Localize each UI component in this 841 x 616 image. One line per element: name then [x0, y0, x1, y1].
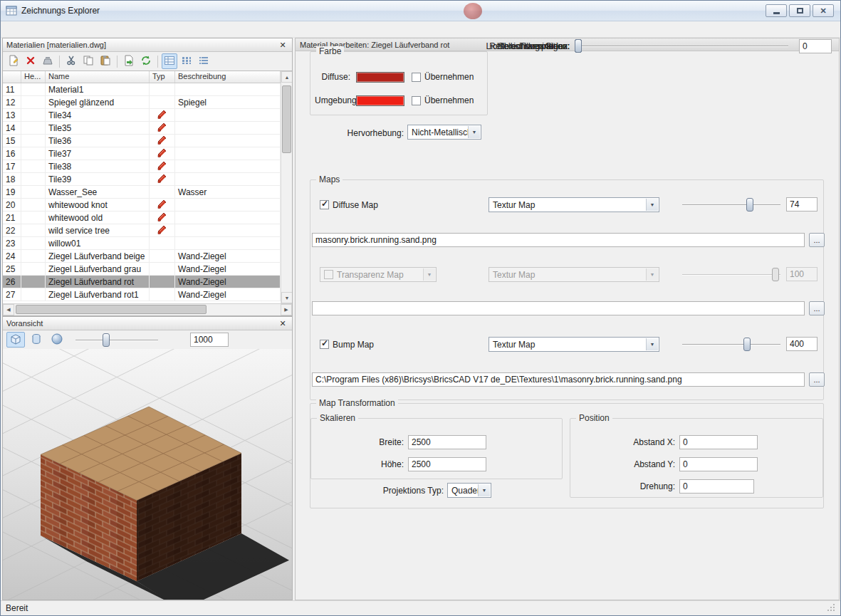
table-row[interactable]: 19 Wasser_See Wasser	[3, 186, 281, 199]
bump-map-slider[interactable]	[681, 337, 782, 352]
bump-map-value-input[interactable]	[786, 337, 818, 351]
transparenz-map-checkbox[interactable]	[324, 270, 333, 279]
diffuse-map-checkbox[interactable]	[320, 200, 329, 209]
paste-button[interactable]	[98, 53, 113, 69]
menu-item[interactable]	[29, 27, 42, 31]
table-row[interactable]: 16 Tile37	[3, 147, 281, 160]
hoehe-input[interactable]	[408, 457, 486, 471]
scroll-left-icon[interactable]: ◀	[3, 304, 14, 315]
diffuse-map-value-input[interactable]	[786, 197, 818, 212]
minimize-button[interactable]	[766, 4, 787, 17]
vertical-scrollbar[interactable]: ▲ ▼	[281, 71, 292, 303]
bump-map-checkbox[interactable]	[320, 340, 329, 349]
hervorhebung-select[interactable]: Nicht-Metallisch ▼	[407, 125, 481, 140]
preview-sphere-button[interactable]	[48, 332, 66, 348]
new-material-button[interactable]	[6, 53, 21, 69]
table-row[interactable]: 15 Tile36	[3, 135, 281, 147]
table-row[interactable]: 24 Ziegel Läufverband beige Wand-Ziegel	[3, 250, 281, 263]
delete-button[interactable]	[23, 53, 38, 69]
table-row[interactable]: 18 Tile39	[3, 173, 281, 186]
cell-typ	[150, 263, 175, 275]
slider-thumb[interactable]	[575, 39, 582, 53]
table-row[interactable]: 14 Tile35	[3, 122, 281, 135]
paste-icon	[100, 55, 111, 68]
maximize-button[interactable]	[789, 4, 810, 17]
slider-thumb[interactable]	[103, 333, 110, 347]
abstand-x-input[interactable]	[679, 435, 758, 449]
transparenz-map-path-input[interactable]	[312, 301, 805, 315]
diffuse-map-browse-button[interactable]: ...	[809, 233, 825, 247]
materials-close-icon[interactable]: ✕	[277, 40, 288, 50]
column-header-rownum[interactable]	[3, 71, 21, 83]
resize-grip[interactable]	[827, 603, 835, 614]
cell-typ	[150, 96, 175, 108]
diffuse-map-path-input[interactable]	[312, 233, 805, 247]
horizontal-scrollbar[interactable]: ◀ ▶	[3, 304, 292, 315]
preview-box-button[interactable]	[6, 332, 25, 348]
preview-zoom-input[interactable]	[190, 333, 229, 347]
projektions-typ-select[interactable]: Quader ▼	[447, 483, 491, 498]
property-value-input[interactable]	[799, 39, 832, 53]
table-row[interactable]: 21 whitewood old	[3, 212, 281, 224]
refresh-button[interactable]	[138, 53, 154, 69]
column-header-typ[interactable]: Typ	[150, 71, 175, 83]
purge-button[interactable]	[40, 53, 56, 69]
menu-item[interactable]	[42, 27, 55, 31]
chevron-down-icon[interactable]: ▼	[646, 338, 658, 350]
cell-typ	[150, 160, 175, 172]
bump-map-type-select[interactable]: Textur Map ▼	[489, 337, 659, 352]
chevron-down-icon[interactable]: ▼	[478, 484, 490, 496]
scroll-up-icon[interactable]: ▲	[281, 71, 292, 83]
copy-button[interactable]	[80, 53, 96, 69]
slider-thumb[interactable]	[746, 198, 753, 212]
diffuse-map-slider[interactable]	[681, 197, 782, 212]
preview-close-icon[interactable]: ✕	[277, 318, 288, 328]
table-row[interactable]: 22 wild service tree	[3, 224, 281, 237]
table-row[interactable]: 11 Material1	[3, 83, 281, 96]
menu-item[interactable]	[4, 27, 16, 31]
export-button[interactable]	[121, 53, 137, 69]
scroll-down-icon[interactable]: ▼	[281, 292, 292, 303]
column-header-beschreibung[interactable]: Beschreibung	[175, 71, 281, 83]
diffuse-uebernehmen-checkbox[interactable]	[412, 73, 421, 82]
umgebung-color-swatch[interactable]	[356, 95, 404, 106]
table-row[interactable]: 26 Ziegel Läufverband rot Wand-Ziegel	[3, 276, 281, 288]
table-row[interactable]: 20 whitewood knot	[3, 199, 281, 212]
bump-map-browse-button[interactable]: ...	[809, 372, 825, 387]
diffuse-map-type-select[interactable]: Textur Map ▼	[489, 197, 659, 212]
table-row[interactable]: 27 Ziegel Läufverband rot1 Wand-Ziegel	[3, 288, 281, 301]
umgebung-uebernehmen-checkbox[interactable]	[412, 96, 421, 105]
preview-zoom-slider[interactable]	[74, 333, 160, 348]
table-row[interactable]: 12 Spiegel glänzend Spiegel	[3, 96, 281, 109]
scroll-right-icon[interactable]: ▶	[281, 304, 292, 315]
chevron-down-icon[interactable]: ▼	[646, 199, 658, 211]
cut-button[interactable]	[63, 53, 79, 69]
table-row[interactable]: 13 Tile34	[3, 109, 281, 122]
column-header-name[interactable]: Name	[46, 71, 150, 83]
cell-name: Ziegel Läufverband rot1	[46, 288, 150, 301]
vertical-scrollbar-thumb[interactable]	[282, 85, 291, 153]
column-header-herkunft[interactable]: He...	[21, 71, 46, 83]
details-view-button[interactable]	[162, 53, 177, 69]
list-view-button[interactable]	[196, 53, 211, 69]
table-row[interactable]: 25 Ziegel Läufverband grau Wand-Ziegel	[3, 263, 281, 276]
icons-view-button[interactable]	[179, 53, 194, 69]
close-button[interactable]: ✕	[813, 4, 834, 17]
map-transformation-group: Map Transformation Skalieren Breite: Höh…	[310, 403, 824, 508]
menu-item[interactable]	[16, 27, 29, 31]
chevron-down-icon[interactable]: ▼	[468, 126, 480, 138]
table-row[interactable]: 23 willow01	[3, 237, 281, 250]
export-icon	[123, 55, 135, 68]
breite-input[interactable]	[408, 435, 486, 449]
slider-thumb[interactable]	[743, 338, 751, 351]
transparenz-map-browse-button[interactable]: ...	[809, 301, 825, 315]
preview-cylinder-button[interactable]	[27, 332, 46, 348]
drehung-input[interactable]	[679, 479, 754, 494]
horizontal-scrollbar-thumb[interactable]	[16, 305, 207, 314]
bump-map-path-input[interactable]	[312, 372, 805, 387]
diffuse-color-swatch[interactable]	[356, 72, 404, 83]
abstand-y-input[interactable]	[679, 457, 758, 471]
cell-beschreibung	[175, 173, 281, 185]
table-row[interactable]: 17 Tile38	[3, 160, 281, 173]
property-slider[interactable]	[575, 38, 790, 53]
